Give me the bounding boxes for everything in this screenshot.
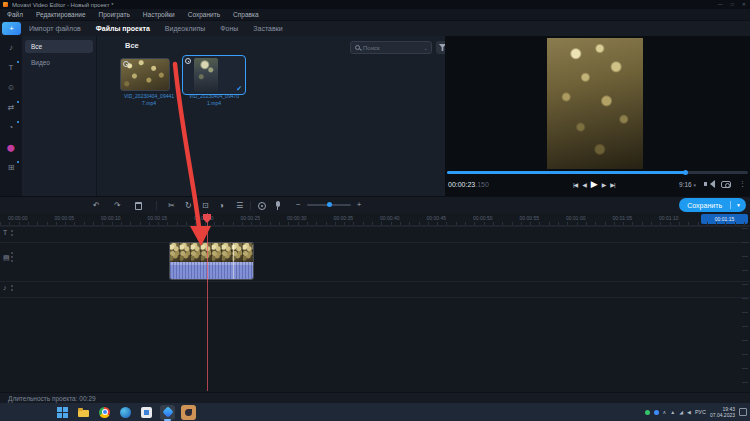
ruler-label: 00:00:30 [287,215,306,221]
title-track-toggles[interactable] [11,230,13,236]
zoom-in-icon[interactable]: + [357,200,362,209]
ruler-label: 00:01:05 [613,215,632,221]
effects-icon[interactable]: ◔ [5,123,17,133]
edge-app[interactable] [118,405,133,420]
network-icon[interactable]: ◢ [679,409,683,415]
next-frame-button[interactable]: ▶| [610,181,614,188]
files-panel: ВсеВидео Все ⌄ + VID_20230404_094417.mp4… [22,36,445,196]
ruler-label: 00:00:55 [520,215,539,221]
zoom-slider[interactable] [307,204,351,206]
playhead-line[interactable] [207,213,208,391]
tab-2[interactable]: Видеоклипы [165,25,205,32]
tab-4[interactable]: Заставки [253,25,282,32]
screenshot-app[interactable] [181,405,196,420]
menu-item-5[interactable]: Справка [233,11,259,18]
file-thumbnail-image [194,58,218,92]
rotate-icon[interactable]: ↻ [185,201,192,210]
mic-icon[interactable] [276,201,280,207]
video-track-icon[interactable]: ▤ [3,254,10,262]
step-back-button[interactable]: ◀ [582,181,586,188]
menu-bar: ФайлРедактированиеПроигратьНастройкиСохр… [0,9,750,21]
ruler-label: 00:01:10 [659,215,678,221]
notification-center-icon[interactable] [739,408,747,416]
seek-knob[interactable] [683,170,688,175]
seek-bar[interactable] [447,171,748,174]
start-button[interactable] [55,405,70,420]
timeline-video-clip[interactable] [170,243,253,279]
audio-track-icon[interactable]: ♪ [3,284,7,291]
import-files-icon[interactable]: + [2,22,21,35]
chevron-down-icon: ⌄ [424,45,428,51]
taskbar-clock[interactable]: 19:4307.04.2023 [710,406,735,418]
color-icon[interactable]: ◑ [219,201,224,210]
volume-icon[interactable] [704,180,713,188]
stickers-icon[interactable]: ☺ [5,83,17,93]
audio-track-toggles[interactable] [11,285,13,291]
redo-icon[interactable]: ↷ [114,201,121,210]
tab-bar: + Импорт файловФайлы проектаВидеоклипыФо… [0,21,750,36]
clip-audio-waveform [170,262,253,279]
tab-3[interactable]: Фоны [220,25,238,32]
window-controls: —□✕ [718,1,746,7]
clip-frame [222,243,232,262]
save-dropdown-icon[interactable]: ▼ [731,202,746,208]
music-icon[interactable]: ♪ [5,43,17,53]
maximize-icon[interactable]: □ [731,1,734,7]
seek-fill [447,171,685,174]
transitions-icon-badge [17,101,19,103]
step-forward-button[interactable]: ▶ [602,181,606,188]
trash-icon[interactable] [135,202,142,210]
timeline-ruler[interactable]: 00:01:15 00:00:0000:00:0500:00:1000:00:1… [0,213,750,226]
zoom-slider-knob[interactable] [327,202,332,207]
webcam-icon[interactable] [258,202,266,210]
movavi-app[interactable] [160,405,175,420]
minimize-icon[interactable]: — [718,1,723,7]
menu-item-3[interactable]: Настройки [143,11,175,18]
shield-icon[interactable]: ▲ [670,409,675,415]
video-track-toggles[interactable] [11,252,13,262]
more-tools-icon[interactable]: ⊞ [5,163,17,173]
timeline-zoom-control: − + [296,200,361,209]
generic-app[interactable] [139,405,154,420]
title-track-icon[interactable]: T [3,229,7,236]
tab-1[interactable]: Файлы проекта [96,25,150,32]
more-options-icon[interactable]: ⋮ [739,180,746,188]
volume-icon[interactable]: ◀ [687,409,691,415]
titles-icon[interactable]: T [5,63,17,73]
clip-frame [191,243,201,262]
crop-icon[interactable]: ⊡ [202,201,209,210]
snapshot-icon[interactable] [721,181,731,188]
category-Все[interactable]: Все [25,40,93,53]
aspect-ratio-select[interactable]: 9:16 ▾ [679,181,696,188]
play-button[interactable]: ▶ [591,179,597,189]
timeline-vertical-scrollbar[interactable] [742,228,748,390]
content-tabs: Импорт файловФайлы проектаВидеоклипыФоны… [29,21,283,36]
transitions-icon[interactable]: ⇄ [5,103,17,113]
toolbar-divider [250,201,251,210]
clip-cut-line [233,243,234,279]
explorer-app[interactable] [76,405,91,420]
menu-item-0[interactable]: Файл [7,11,23,18]
chevron-up-icon[interactable]: ∧ [663,409,667,415]
chrome-app[interactable] [97,405,112,420]
file-thumbnail-selected[interactable]: ✓ [182,55,246,95]
save-button[interactable]: Сохранить ▼ [679,198,746,212]
menu-item-2[interactable]: Проиграть [99,11,130,18]
menu-item-1[interactable]: Редактирование [36,11,86,18]
language-indicator[interactable]: РУС [695,409,706,415]
prev-frame-button[interactable]: |◀ [573,181,577,188]
file-thumbnail[interactable] [120,58,170,91]
search-box[interactable]: ⌄ [350,41,432,54]
filters-icon[interactable]: ⬤ [5,143,17,153]
search-input[interactable] [360,45,424,51]
scissors-icon[interactable]: ✂ [168,201,175,210]
preview-right-controls: 9:16 ▾ ⋮ [679,180,746,188]
ruler-label: 00:00:45 [427,215,446,221]
tab-0[interactable]: Импорт файлов [29,25,81,32]
undo-icon[interactable]: ↶ [93,201,100,210]
category-Видео[interactable]: Видео [25,56,93,69]
zoom-out-icon[interactable]: − [296,200,301,209]
properties-icon[interactable]: ☰ [236,201,243,210]
menu-item-4[interactable]: Сохранить [188,11,220,18]
close-icon[interactable]: ✕ [742,1,746,7]
